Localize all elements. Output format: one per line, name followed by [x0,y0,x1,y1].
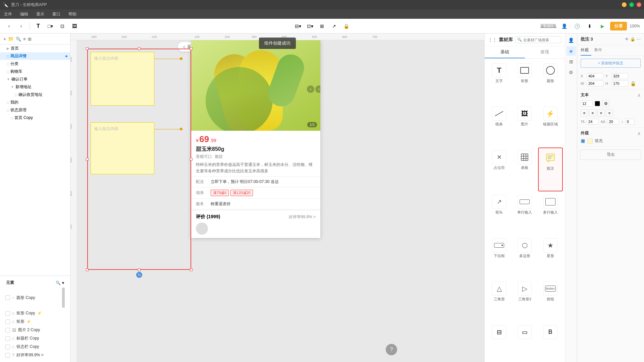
mat-item-polygon[interactable]: ⬡ 多边形 [512,236,537,278]
tree-item-home-copy[interactable]: □ 首页 Copy [0,114,70,122]
handle-ml[interactable] [86,158,89,161]
mat-item-circle[interactable]: 圆形 [538,61,563,103]
element-item-rating[interactable]: T 好评率99.9% > [3,351,67,359]
handle-bc[interactable] [138,268,141,271]
prev-image-button[interactable]: ‹ [307,85,314,93]
materials-search-input[interactable] [523,38,559,42]
appearance-section-collapse[interactable]: ∧ [637,131,641,136]
element-item-circle-copy[interactable]: ○ 圆形 Copy [3,286,67,309]
tree-item-confirm-order[interactable]: ▼ 确认订单 [0,75,70,83]
rotate-handle[interactable]: ↻ [136,272,142,278]
handle-mr[interactable] [190,158,193,161]
h-input[interactable] [611,80,628,86]
search-elements-button[interactable]: 🔍 [56,281,61,285]
menu-view[interactable]: 显示 [35,11,46,18]
review-link[interactable]: 好评率99.9% > [289,214,316,220]
tree-item-cart[interactable]: □ 购物车 [0,68,70,75]
element-item-image-copy[interactable]: 🖼 图片 2 Copy [3,326,67,334]
resize-tool-button[interactable]: ⊡▾ [305,21,315,31]
minimize-button[interactable]: － [622,2,627,7]
props-lock-icon[interactable]: 🔒 [630,37,635,42]
component-tool-button[interactable]: ⊡ [57,21,67,31]
mat-item-triangle2[interactable]: ▷ 三角形2 [512,279,537,321]
element-checkbox[interactable] [5,328,10,333]
materials-tab-discover[interactable]: 发现 [525,46,565,58]
user-avatar-button[interactable]: 👤 [559,21,569,31]
share-button[interactable]: 分享 [610,22,627,31]
right-icon-user[interactable]: 👤 [567,36,576,45]
tree-item-product-detail[interactable]: □ 商品详情 [0,52,70,60]
export-tool-button[interactable]: ↗ [329,21,339,31]
close-button[interactable]: ✕ [637,2,641,7]
text-section-collapse[interactable]: ∧ [637,93,641,98]
mat-item-triangle[interactable]: △ 三角形 [487,279,512,321]
spacing-ta-input[interactable] [587,119,599,125]
add-folder-button[interactable]: 📁 [8,36,14,42]
mat-item-single-input[interactable]: 单行输入 [512,192,537,235]
font-size-input[interactable] [581,101,593,107]
coupon-tag-2[interactable]: 满120减20 [230,190,253,196]
element-checkbox[interactable] [5,353,10,358]
font-settings-icon[interactable]: ⚙ [602,100,609,107]
mat-item-extra2[interactable]: ▭ [512,322,537,360]
w-input[interactable] [587,80,603,86]
elements-dropdown-button[interactable]: ▾ [62,281,64,285]
image-tool-button[interactable]: 🖼 [69,21,79,31]
mat-item-multi-input[interactable]: 多行输入 [538,192,563,235]
add-state-button[interactable]: + 添加组件状态 [581,59,641,68]
element-item-mee-copy[interactable]: □ MEE Copy [3,359,67,360]
lock-ratio-icon[interactable]: 🔒 [630,81,636,86]
align-tool-button[interactable]: ⊟▾ [293,21,303,31]
mat-item-star[interactable]: ★ 星形 [538,236,563,278]
list-view-button[interactable]: ≡ [23,37,26,42]
handle-tc[interactable] [138,47,141,50]
right-icon-settings[interactable]: ⚙ [567,68,576,77]
mat-item-rect[interactable]: 矩形 [512,61,537,103]
fill-color-swatch[interactable] [587,138,593,144]
element-checkbox[interactable] [5,319,10,324]
handle-bl[interactable] [86,268,89,271]
grid-view-button[interactable]: ⊞ [28,37,32,42]
mat-item-placeholder[interactable]: ✕ 占位符 [487,147,512,191]
element-item-statusbar-copy[interactable]: □ 状态栏 Copy [3,343,67,351]
menu-help[interactable]: 帮助 [67,11,78,18]
next-image-button[interactable]: › [315,85,320,93]
mat-item-link[interactable]: ⚡ 链接区域 [538,104,563,146]
tree-item-mine[interactable]: □ 我的 [0,99,70,106]
element-checkbox[interactable] [5,345,10,349]
element-item-rect-copy[interactable]: □ 矩形 Copy ⚡ [3,309,67,317]
mat-item-extra1[interactable]: ⊟ [487,322,512,360]
right-icon-layers[interactable]: ◈ [567,46,576,56]
tree-item-category[interactable]: □ 分类 [0,60,70,68]
right-icon-components[interactable]: ⊞ [567,57,576,66]
mat-item-image[interactable]: 🖼 图片 [512,104,537,146]
lock-tool-button[interactable]: 🔒 [341,21,351,31]
element-checkbox[interactable] [5,311,10,316]
align-justify-btn[interactable]: ≡ [606,109,613,117]
mat-item-annotation[interactable]: 批注 [538,147,563,191]
font-color-swatch[interactable] [595,101,600,106]
handle-br[interactable] [190,268,193,271]
x-input[interactable] [587,73,603,79]
element-item-titlebar-copy[interactable]: □ 标题栏 Copy [3,334,67,343]
download-button[interactable]: ⬇ [585,21,595,31]
props-more-icon[interactable]: ⋯ [637,37,641,42]
element-checkbox[interactable] [5,336,10,341]
mat-item-arrow[interactable]: ↗ 箭头 [487,192,512,235]
props-tab-appearance[interactable]: 外观 [581,45,591,56]
play-button[interactable]: ▶ [597,21,607,31]
spacing-aa-input[interactable] [607,119,619,125]
menu-edit[interactable]: 编辑 [19,11,30,18]
tree-item-add-address[interactable]: ▼ 新增地址 [0,83,70,91]
mat-item-dropdown[interactable]: ▾ 下拉框 [487,236,512,278]
maximize-button[interactable]: + [629,2,634,7]
element-item-rect[interactable]: □ 矩形 ⚡ [3,317,67,326]
text-tool-button[interactable]: T [33,21,43,31]
mat-item-table[interactable]: 表格 [512,147,537,191]
return-old-link[interactable]: 返回旧版 [540,23,556,29]
fill-checkbox[interactable] [581,139,585,143]
help-button[interactable]: ? [386,344,397,355]
props-visibility-icon[interactable]: 👁 [625,37,629,42]
mat-item-button[interactable]: Button 按钮 [538,279,563,321]
note-1[interactable]: 输入批注内容 [91,52,154,106]
